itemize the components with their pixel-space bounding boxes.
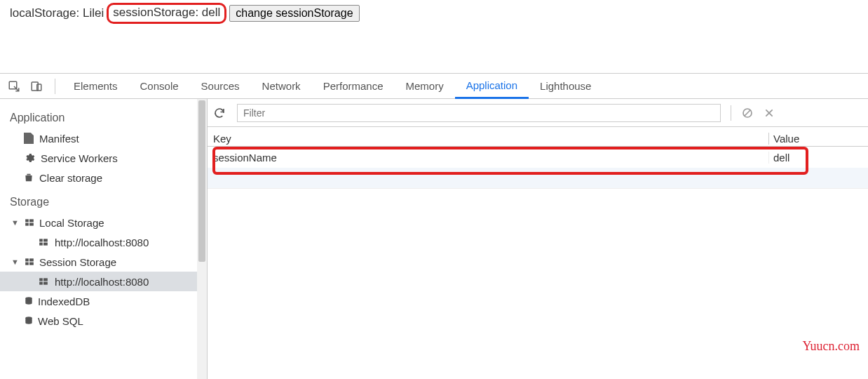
database-icon	[24, 295, 34, 307]
sidebar-section-application: Application	[0, 103, 207, 128]
application-sidebar[interactable]: Application Manifest Service Workers Cle…	[0, 99, 208, 379]
tab-memory[interactable]: Memory	[395, 74, 455, 99]
trash-icon	[24, 172, 34, 183]
tab-performance[interactable]: Performance	[312, 74, 395, 99]
sidebar-section-storage: Storage	[0, 187, 207, 213]
grid-icon	[24, 218, 35, 227]
tab-console[interactable]: Console	[129, 74, 190, 99]
storage-table-row[interactable]: sessionName dell	[208, 147, 868, 168]
svg-rect-7	[39, 239, 43, 241]
sidebar-item-label: Manifest	[39, 133, 79, 145]
sidebar-item-label: http://localhost:8080	[55, 237, 149, 248]
svg-rect-17	[39, 282, 43, 285]
sidebar-item-label: Web SQL	[38, 315, 83, 327]
svg-rect-6	[29, 223, 34, 226]
file-icon	[24, 133, 34, 144]
sidebar-item-label: IndexedDB	[38, 295, 90, 307]
device-toolbar-icon[interactable]	[27, 77, 46, 96]
sidebar-tree-session-storage[interactable]: ▼ Session Storage	[0, 252, 207, 272]
svg-rect-16	[43, 278, 48, 281]
devtools-panel: Elements Console Sources Network Perform…	[0, 73, 868, 379]
change-session-storage-button[interactable]: change sessionStorage	[229, 5, 359, 22]
sidebar-scrollbar-thumb[interactable]	[198, 100, 205, 262]
svg-rect-5	[25, 223, 29, 226]
devtools-tabbar: Elements Console Sources Network Perform…	[0, 74, 868, 99]
column-header-key[interactable]: Key	[208, 133, 768, 145]
svg-rect-18	[43, 282, 48, 285]
svg-rect-14	[29, 262, 34, 265]
cell-key[interactable]: sessionName	[208, 152, 768, 164]
session-storage-label: sessionStorage: dell	[113, 6, 220, 19]
svg-rect-8	[43, 239, 48, 241]
svg-rect-12	[29, 258, 34, 261]
close-icon[interactable]	[764, 107, 780, 119]
watermark: Yuucn.com	[803, 339, 860, 354]
svg-rect-11	[25, 258, 29, 261]
grid-icon	[38, 277, 49, 286]
sidebar-item-label: Local Storage	[39, 217, 104, 229]
filter-input[interactable]	[237, 104, 721, 122]
clear-icon[interactable]	[741, 107, 758, 119]
storage-main-panel: Key Value sessionName dell	[208, 99, 868, 379]
grid-icon	[24, 257, 35, 267]
svg-rect-10	[43, 243, 48, 246]
session-storage-label-highlighted: sessionStorage: dell	[107, 3, 226, 24]
column-header-value[interactable]: Value	[768, 133, 868, 145]
chevron-down-icon: ▼	[11, 218, 20, 227]
refresh-icon[interactable]	[213, 107, 231, 119]
svg-rect-15	[39, 278, 43, 281]
sidebar-item-label: Session Storage	[39, 256, 116, 268]
grid-icon	[38, 237, 49, 247]
gear-icon	[24, 152, 35, 164]
sidebar-tree-local-storage[interactable]: ▼ Local Storage	[0, 213, 207, 232]
svg-rect-4	[29, 219, 34, 222]
divider	[731, 105, 731, 121]
sidebar-websql[interactable]: Web SQL	[0, 311, 207, 331]
sidebar-item-clear-storage[interactable]: Clear storage	[0, 168, 207, 187]
local-storage-label: localStorage: Lilei	[10, 6, 104, 20]
sidebar-item-label: Clear storage	[39, 172, 102, 184]
svg-rect-9	[39, 243, 43, 246]
svg-rect-3	[25, 219, 29, 222]
svg-rect-13	[25, 262, 29, 265]
divider	[55, 79, 55, 94]
tab-elements[interactable]: Elements	[62, 74, 129, 99]
sidebar-session-storage-origin[interactable]: http://localhost:8080	[0, 272, 207, 291]
tab-sources[interactable]: Sources	[190, 74, 251, 99]
tab-application[interactable]: Application	[455, 74, 529, 99]
sidebar-item-label: http://localhost:8080	[55, 276, 149, 288]
sidebar-local-storage-origin[interactable]: http://localhost:8080	[0, 232, 207, 252]
tab-network[interactable]: Network	[251, 74, 312, 99]
sidebar-scrollbar[interactable]	[197, 99, 207, 379]
database-icon	[24, 315, 34, 326]
sidebar-item-manifest[interactable]: Manifest	[0, 128, 207, 148]
cell-value[interactable]: dell	[768, 152, 868, 164]
inspect-icon[interactable]	[4, 77, 24, 96]
tab-lighthouse[interactable]: Lighthouse	[529, 74, 602, 99]
sidebar-item-service-workers[interactable]: Service Workers	[0, 148, 207, 168]
storage-table-header: Key Value	[208, 127, 868, 147]
chevron-down-icon: ▼	[11, 258, 20, 266]
storage-toolbar	[208, 99, 868, 127]
sidebar-item-label: Service Workers	[41, 152, 118, 164]
storage-table-empty-row[interactable]	[208, 168, 868, 189]
sidebar-indexeddb[interactable]: IndexedDB	[0, 291, 207, 311]
